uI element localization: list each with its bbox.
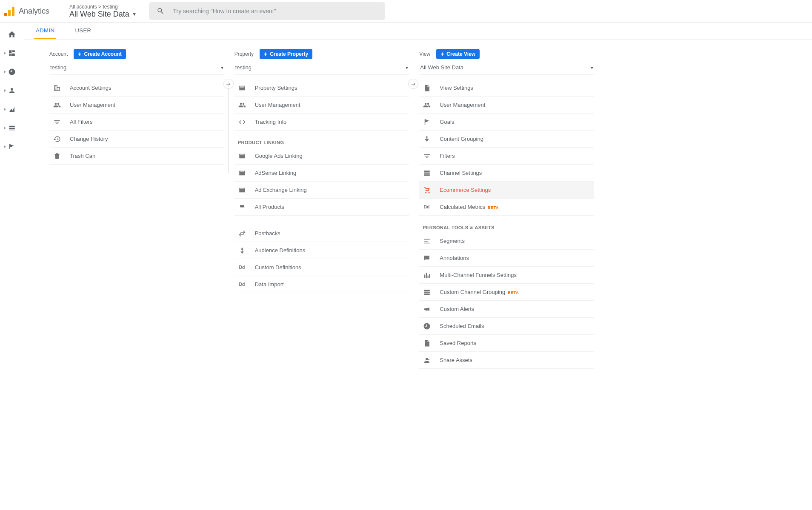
account-selector[interactable]: testing ▾ — [49, 61, 224, 74]
property-settings[interactable]: Property Settings — [234, 80, 409, 97]
create-view-button[interactable]: + Create View — [436, 49, 480, 59]
expand-arrow-icon — [4, 89, 6, 92]
cart-icon — [423, 186, 431, 194]
account-column: ➔ Account + Create Account testing ▾ Acc… — [49, 49, 224, 165]
channel-icon — [423, 288, 431, 296]
account-change-history[interactable]: Change History — [49, 131, 224, 148]
nav-realtime[interactable] — [3, 67, 20, 77]
people-icon — [238, 101, 246, 109]
scheduled-emails[interactable]: Scheduled Emails — [419, 318, 594, 335]
plus-icon: + — [78, 51, 81, 57]
audience-icon — [238, 246, 246, 255]
view-user-management[interactable]: User Management — [419, 97, 594, 114]
page-icon — [423, 84, 431, 92]
account-all-filters[interactable]: All Filters — [49, 114, 224, 131]
link-icon — [238, 169, 246, 177]
data-import[interactable]: DdData Import — [234, 276, 409, 293]
trash-icon — [53, 152, 61, 160]
property-column: ➔ Property + Create Property testing ▾ P… — [234, 49, 409, 293]
expand-arrow-icon — [4, 52, 6, 54]
mcf-settings[interactable]: Multi-Channel Funnels Settings — [419, 267, 594, 284]
group-icon — [423, 135, 431, 143]
link-icon — [238, 203, 246, 211]
annotations[interactable]: Annotations — [419, 250, 594, 267]
analytics-logo-icon — [4, 6, 14, 16]
code-icon — [238, 118, 246, 126]
product-name: Analytics — [19, 7, 49, 16]
custom-alerts[interactable]: Custom Alerts — [419, 301, 594, 318]
channel-settings[interactable]: Channel Settings — [419, 165, 594, 182]
property-user-management[interactable]: User Management — [234, 97, 409, 114]
search-box[interactable] — [149, 2, 385, 20]
column-separator — [228, 79, 229, 173]
beta-badge: BETA — [508, 291, 519, 295]
collapse-column-icon[interactable]: ➔ — [408, 79, 418, 89]
plus-icon: + — [440, 51, 444, 57]
calculated-metrics[interactable]: DdCalculated Metrics BETA — [419, 199, 594, 216]
caret-down-icon: ▾ — [406, 65, 408, 71]
swap-icon — [238, 229, 246, 238]
breadcrumb-path: All accounts > testing — [69, 4, 144, 10]
tab-admin[interactable]: ADMIN — [34, 23, 56, 39]
filter-icon — [423, 152, 431, 160]
account-trash-can[interactable]: Trash Can — [49, 148, 224, 165]
view-settings[interactable]: View Settings — [419, 80, 594, 97]
filters[interactable]: Filters — [419, 148, 594, 165]
adsense-linking[interactable]: AdSense Linking — [234, 165, 409, 182]
flag-icon — [423, 118, 431, 126]
ecommerce-settings[interactable]: Ecommerce Settings — [419, 182, 594, 199]
search-input[interactable] — [173, 8, 377, 14]
nav-customization[interactable] — [3, 48, 20, 58]
collapse-column-icon[interactable]: ➔ — [223, 79, 234, 89]
file-icon — [423, 339, 431, 348]
segments[interactable]: Segments — [419, 233, 594, 250]
property-tracking-info[interactable]: Tracking Info — [234, 114, 409, 131]
saved-reports[interactable]: Saved Reports — [419, 335, 594, 352]
column-label-view: View — [419, 51, 430, 57]
create-account-button[interactable]: + Create Account — [74, 49, 126, 59]
postbacks[interactable]: Postbacks — [234, 225, 409, 242]
megaphone-icon — [423, 305, 431, 313]
column-separator — [413, 79, 413, 302]
caret-down-icon: ▾ — [591, 65, 593, 71]
tabbar: ADMIN USER — [24, 23, 812, 40]
left-nav-rail — [0, 23, 24, 378]
goals[interactable]: Goals — [419, 114, 594, 131]
nav-behavior[interactable] — [3, 123, 20, 133]
breadcrumb-main: All Web Site Data — [69, 10, 129, 19]
link-icon — [238, 152, 246, 160]
column-label-property: Property — [234, 51, 254, 57]
share-assets[interactable]: Share Assets — [419, 352, 594, 369]
custom-definitions[interactable]: DdCustom Definitions — [234, 259, 409, 276]
account-settings[interactable]: Account Settings — [49, 80, 224, 97]
section-product-linking: PRODUCT LINKING — [234, 131, 409, 148]
beta-badge: BETA — [488, 205, 499, 210]
all-products[interactable]: All Products — [234, 199, 409, 216]
svg-text:Dd: Dd — [239, 282, 245, 287]
channel-icon — [423, 169, 431, 177]
link-icon — [238, 186, 246, 194]
tab-user[interactable]: USER — [73, 23, 93, 39]
nav-acquisition[interactable] — [3, 104, 20, 114]
custom-channel-grouping[interactable]: Custom Channel Grouping BETA — [419, 284, 594, 301]
account-user-management[interactable]: User Management — [49, 97, 224, 114]
expand-arrow-icon — [4, 108, 6, 111]
audience-definitions[interactable]: Audience Definitions — [234, 242, 409, 259]
content-grouping[interactable]: Content Grouping — [419, 131, 594, 148]
building-icon — [53, 84, 61, 92]
nav-home[interactable] — [3, 29, 20, 40]
account-switcher[interactable]: All accounts > testing All Web Site Data… — [69, 4, 144, 19]
expand-arrow-icon — [4, 127, 6, 129]
expand-arrow-icon — [4, 71, 6, 73]
google-ads-linking[interactable]: Google Ads Linking — [234, 148, 409, 165]
ad-exchange-linking[interactable]: Ad Exchange Linking — [234, 182, 409, 199]
create-property-button[interactable]: + Create Property — [260, 49, 312, 59]
view-selector[interactable]: All Web Site Data ▾ — [419, 61, 594, 74]
card-icon — [238, 84, 246, 92]
nav-conversions[interactable] — [3, 142, 20, 152]
view-column: View + Create View All Web Site Data ▾ V… — [419, 49, 594, 369]
app-logo: Analytics — [4, 6, 65, 16]
nav-audience[interactable] — [3, 85, 20, 96]
property-selector[interactable]: testing ▾ — [234, 61, 409, 74]
expand-arrow-icon — [4, 145, 6, 148]
